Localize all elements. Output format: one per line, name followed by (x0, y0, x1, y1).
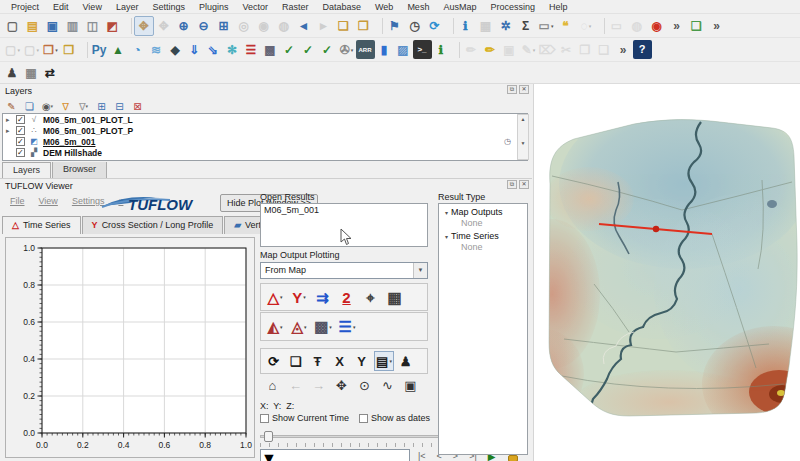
tree-collapse-icon[interactable]: ▾ (445, 233, 448, 240)
save-figure-icon[interactable]: ▣ (401, 376, 420, 395)
tab-layers[interactable]: Layers (2, 162, 51, 179)
open-project-icon[interactable]: ▤ (23, 16, 43, 36)
attachment-icon[interactable]: ✇▾ (337, 40, 356, 59)
highlight-pencil-icon[interactable]: ✏ (481, 40, 500, 59)
save-edits-icon[interactable]: ▣ (500, 40, 519, 59)
check-green-q-icon[interactable]: ✓ (299, 40, 318, 59)
copy-style-icon[interactable]: ❒▾ (41, 40, 60, 59)
zoom-full-icon[interactable]: ⊞ (214, 16, 234, 36)
back-view-icon[interactable]: ← (286, 376, 305, 395)
curtain-plot-icon[interactable]: ☰▾ (336, 316, 358, 338)
new-print-layout-icon[interactable]: ▥ (63, 16, 83, 36)
layers-panel-close-button[interactable]: ✕ (519, 85, 529, 94)
menu-edit[interactable]: Edit (46, 1, 76, 13)
layer-row[interactable]: ▞ DEM Hillshade (3, 147, 527, 158)
toolbar-separator[interactable] (598, 18, 605, 34)
toolbar-separator[interactable] (81, 42, 88, 58)
new-project-icon[interactable]: ▢ (3, 16, 23, 36)
bookmarks-icon[interactable]: ⚑ (385, 16, 405, 36)
style-manager-icon[interactable]: ◩ (103, 16, 123, 36)
result-legend-icon[interactable]: ☰ (242, 40, 261, 59)
download-icon[interactable]: ⇓ (185, 40, 204, 59)
raster-select-icon[interactable]: ▦ (22, 63, 41, 82)
statistics-icon[interactable]: Σ (516, 16, 536, 36)
menu-plugins[interactable]: Plugins (192, 1, 236, 13)
menu-web[interactable]: Web (368, 1, 400, 13)
cursor-tracking-icon[interactable]: ⌖ (360, 286, 382, 308)
timeseries-plot-icon[interactable]: △▾ (264, 286, 286, 308)
zoom-next-icon[interactable]: ► (314, 16, 334, 36)
plot-source-dropdown[interactable]: From Map ▼ (260, 262, 428, 279)
save-project-icon[interactable]: ▣ (43, 16, 63, 36)
paste-style-icon[interactable]: ❒ (60, 40, 79, 59)
layer-row[interactable]: ◩ M06_5m_001 ◷ (3, 136, 527, 147)
dropdown-arrow-icon[interactable]: ▼ (413, 263, 427, 278)
layer-visibility-checkbox[interactable] (16, 148, 25, 157)
menu-database[interactable]: Database (316, 1, 369, 13)
check-green-icon[interactable]: ✓ (280, 40, 299, 59)
line-style-icon[interactable]: ∿ (378, 376, 397, 395)
help-icon[interactable]: ? (633, 40, 652, 59)
map-tips-icon[interactable]: ❝ (556, 16, 576, 36)
zoom-out-icon[interactable]: ⊖ (194, 16, 214, 36)
attribute-table-icon[interactable]: ▦ (476, 16, 496, 36)
result-type-group-header[interactable]: ▾ Map Outputs (439, 206, 527, 218)
tuflow-plugin-icon[interactable]: ♟ (3, 63, 22, 82)
toolbar-separator[interactable] (453, 42, 460, 58)
menu-raster[interactable]: Raster (275, 1, 316, 13)
zoom-plot-icon[interactable]: ⊙ (355, 376, 374, 395)
check-green-1-icon[interactable]: ✓ (318, 40, 337, 59)
menu-settings[interactable]: Settings (145, 1, 192, 13)
add-layer-group-icon[interactable]: ❑ (687, 16, 707, 36)
tab-browser[interactable]: Browser (52, 162, 107, 179)
plot-area[interactable]: 0.00.20.40.60.81.00.00.20.40.60.81.0 (5, 237, 255, 458)
toolbar-overflow-icon[interactable]: » (614, 40, 633, 59)
toolbar-separator[interactable] (125, 18, 132, 34)
manage-map-themes-icon[interactable]: ◉▾ (40, 99, 55, 113)
zoom-to-layer-icon[interactable]: ◉ (254, 16, 274, 36)
legend-icon[interactable]: ▤▾ (374, 351, 394, 371)
python-console-icon[interactable]: Py (90, 40, 109, 59)
layer-tree-scrollbar[interactable]: ▲▼ (517, 114, 529, 160)
vertex-tool-icon[interactable]: ✎▾ (519, 40, 538, 59)
checkbox-box[interactable] (260, 414, 269, 423)
x-axis-limits-icon[interactable]: X (330, 351, 350, 371)
globe-refresh-icon[interactable]: ◔ (128, 40, 147, 59)
refresh-map-icon[interactable]: ⟳ (425, 16, 445, 36)
zoom-in-icon[interactable]: ⊕ (174, 16, 194, 36)
toolbar-separator[interactable] (376, 18, 383, 34)
checkbox-box[interactable] (359, 414, 368, 423)
batch-3d-icon[interactable]: ▩▾ (312, 316, 334, 338)
clear-plot-icon[interactable]: ❏ (286, 351, 306, 371)
cut-features-icon[interactable]: ✂ (557, 40, 576, 59)
remove-layer-icon[interactable]: ⊠ (130, 99, 145, 113)
temporal-controller-icon[interactable]: ◷ (405, 16, 425, 36)
ausmap-icon[interactable]: ▲ (109, 40, 128, 59)
annotation-icon[interactable]: ◉ (647, 16, 667, 36)
tab-time-series[interactable]: △Time Series (2, 216, 81, 234)
add-group-icon[interactable]: ❏ (22, 99, 37, 113)
tcf-icon[interactable]: ✻ (223, 40, 242, 59)
menu-mesh[interactable]: Mesh (400, 1, 436, 13)
label-toolbar-icon[interactable]: ▭ (607, 16, 627, 36)
search-icon[interactable]: ◌▾ (576, 16, 596, 36)
raster-gradient-icon[interactable]: ▨ (394, 40, 413, 59)
result-type-tree[interactable]: ▾ Map Outputs None ▾ Time Series None (438, 203, 528, 455)
import-layer-icon[interactable]: ⇘ (204, 40, 223, 59)
result-type-child[interactable]: None (439, 218, 527, 230)
layer-visibility-checkbox[interactable] (16, 126, 25, 135)
layout-manager-icon[interactable]: ◫ (83, 16, 103, 36)
mesh-grid-icon[interactable]: ▦ (384, 286, 406, 308)
layer-visibility-checkbox[interactable] (16, 115, 25, 124)
y-axis-limits-icon[interactable]: Y (352, 351, 372, 371)
timestep-dropdown[interactable]: ▼ (260, 449, 410, 461)
layer-row[interactable]: ▸ ∴ M06_5m_001_PLOT_P (3, 125, 527, 136)
pan-plot-icon[interactable]: ✥ (332, 376, 351, 395)
raster-preview-icon[interactable]: ▩ (261, 40, 280, 59)
open-results-item[interactable]: M06_5m_001 (261, 204, 427, 216)
first-timestep-button[interactable]: |< (415, 451, 429, 461)
filter-expression-icon[interactable]: ∇▾ (76, 99, 91, 113)
home-view-icon[interactable]: ⌂ (263, 376, 282, 395)
water-layer-icon[interactable]: ≋ (147, 40, 166, 59)
flood-book-icon[interactable]: ▮ (375, 40, 394, 59)
